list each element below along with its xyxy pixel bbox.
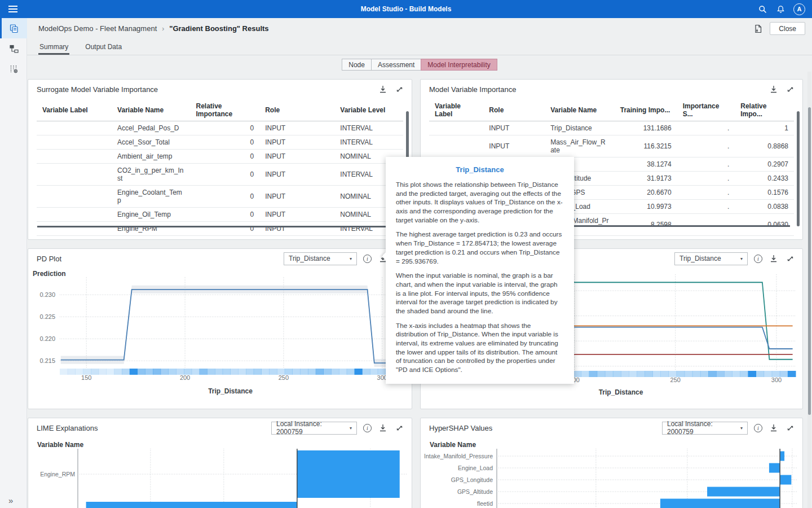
- download-icon[interactable]: [769, 253, 779, 264]
- toggle-model-interpretability[interactable]: Model Interpretability: [421, 59, 497, 71]
- hypershap-instance-select[interactable]: Local Instance: 2000759 ▾: [662, 422, 748, 435]
- page-header: ModelOps Demo - Fleet Managment › "Gradi…: [27, 18, 812, 39]
- maximize-icon[interactable]: [394, 423, 404, 433]
- rail-item-pipeline[interactable]: [0, 38, 27, 59]
- table-row[interactable]: Accel_Ssor_Total0INPUTINTERVAL: [37, 135, 403, 150]
- panel-title: Surrogate Model Variable Importance: [37, 85, 158, 94]
- download-icon[interactable]: [769, 423, 779, 433]
- panel-title: PD Plot: [37, 255, 61, 263]
- table-row[interactable]: Ambient_air_temp0INPUTNOMINAL: [37, 150, 403, 164]
- column-header[interactable]: Relative Importance: [190, 99, 259, 121]
- panel-title: Model Variable Importance: [429, 85, 516, 94]
- table-cell: 131.1686: [615, 121, 677, 135]
- maximize-icon[interactable]: [394, 84, 404, 94]
- table-cell: .: [677, 121, 735, 135]
- menu-icon[interactable]: [0, 0, 26, 18]
- table-vertical-scrollbar[interactable]: [797, 111, 800, 226]
- table-cell: INTERVAL: [334, 121, 403, 135]
- table-cell: 0.8868: [735, 135, 794, 157]
- ice-variable-select[interactable]: Trip_Distance ▾: [674, 252, 748, 265]
- table-cell: Engine_RPM: [112, 222, 190, 236]
- table-cell: [429, 121, 483, 135]
- table-cell: INPUT: [259, 164, 334, 186]
- table-cell: INPUT: [259, 121, 334, 135]
- column-header[interactable]: Variable Level: [334, 99, 403, 121]
- tab-output-data[interactable]: Output Data: [84, 39, 123, 55]
- lime-instance-select[interactable]: Local Instance: 2000759 ▾: [271, 422, 357, 435]
- popover-paragraph: The x-axis includes a heatmap that shows…: [396, 322, 564, 375]
- search-icon[interactable]: [757, 4, 767, 14]
- maximize-icon[interactable]: [785, 84, 795, 94]
- table-cell: INPUT: [259, 186, 334, 208]
- table-row[interactable]: CO2_in_g_per_km_Inst0INPUTINTERVAL: [37, 164, 403, 186]
- table-cell: .: [677, 157, 735, 172]
- column-header[interactable]: Variable Label: [429, 99, 483, 121]
- table-row[interactable]: Engine_Coolant_Temp0INPUTNOMINAL: [37, 186, 403, 208]
- table-cell: 0.2433: [735, 172, 794, 186]
- close-button[interactable]: Close: [770, 22, 805, 35]
- column-header[interactable]: Importance S...: [677, 99, 735, 121]
- column-header[interactable]: Variable Label: [37, 99, 112, 121]
- notifications-bell-icon[interactable]: [775, 4, 785, 14]
- column-header[interactable]: Role: [259, 99, 334, 121]
- results-view-toggle: Node Assessment Model Interpretability: [27, 59, 812, 71]
- table-cell: 31.9173: [615, 172, 677, 186]
- left-rail: »: [0, 18, 27, 508]
- download-icon[interactable]: [378, 84, 388, 94]
- table-row[interactable]: INPUTTrip_Distance131.1686.1: [429, 121, 794, 135]
- page-scrollbar-thumb[interactable]: [808, 107, 811, 415]
- toggle-assessment[interactable]: Assessment: [371, 59, 421, 71]
- column-header[interactable]: Variable Name: [545, 99, 615, 121]
- table-cell: INPUT: [483, 121, 545, 135]
- table-cell: 0: [190, 135, 259, 150]
- app-title: Model Studio - Build Models: [0, 5, 812, 13]
- download-icon[interactable]: [378, 423, 388, 433]
- table-cell: .: [677, 214, 735, 236]
- table-cell: .: [677, 172, 735, 186]
- maximize-icon[interactable]: [785, 253, 795, 264]
- table-row[interactable]: Engine_Oil_Temp0INPUTNOMINAL: [37, 208, 403, 222]
- popover-title: Trip_Distance: [396, 165, 564, 174]
- chevron-down-icon: ▾: [735, 426, 743, 431]
- column-header[interactable]: Relative Impo...: [735, 99, 794, 121]
- table-row[interactable]: Engine_RPM0INPUTINTERVAL: [37, 222, 403, 236]
- table-cell: Accel_Ssor_Total: [112, 135, 190, 150]
- rail-item-data-settings[interactable]: [0, 59, 27, 79]
- info-icon[interactable]: i: [363, 424, 372, 432]
- table-cell: [37, 186, 112, 208]
- tab-strip: Summary Output Data: [27, 39, 812, 55]
- toggle-node[interactable]: Node: [342, 59, 372, 71]
- expand-rail-chevron[interactable]: »: [0, 493, 27, 507]
- tab-summary[interactable]: Summary: [38, 39, 69, 55]
- table-cell: 0: [190, 208, 259, 222]
- info-icon[interactable]: i: [363, 255, 372, 263]
- table-cell: [37, 121, 112, 135]
- selected-instance: Local Instance: 2000759: [667, 420, 735, 436]
- avatar[interactable]: A: [793, 3, 805, 15]
- svg-text:GPS_Altitude: GPS_Altitude: [457, 488, 493, 495]
- download-icon[interactable]: [769, 84, 779, 94]
- svg-text:0.225: 0.225: [39, 313, 55, 320]
- column-header[interactable]: Variable Name: [112, 99, 190, 121]
- pd-plot-chart: 0.2150.2200.2250.230150200250300Trip_Dis…: [28, 268, 412, 409]
- table-cell: 10.9973: [615, 200, 677, 214]
- info-icon[interactable]: i: [754, 424, 762, 432]
- info-icon[interactable]: i: [754, 255, 762, 263]
- popover-paragraph: When the input variable is nominal, the …: [396, 271, 564, 316]
- pd-variable-select[interactable]: Trip_Distance ▾: [284, 252, 357, 265]
- maximize-icon[interactable]: [785, 423, 795, 433]
- column-header[interactable]: Role: [483, 99, 545, 121]
- svg-text:Intake_Manifold_Pressure: Intake_Manifold_Pressure: [424, 453, 493, 459]
- table-row[interactable]: INPUTMass_Air_Flow_Rate116.3215.0.8868: [429, 135, 794, 157]
- breadcrumb-project[interactable]: ModelOps Demo - Fleet Managment: [38, 24, 157, 33]
- svg-text:300: 300: [771, 376, 782, 383]
- selected-variable: Trip_Distance: [679, 255, 721, 262]
- export-pdf-icon[interactable]: [753, 24, 763, 34]
- table-cell: 0.0630: [735, 214, 794, 236]
- table-horizontal-scrollbar[interactable]: [37, 226, 399, 227]
- rail-item-results[interactable]: [0, 18, 27, 38]
- table-cell: [429, 135, 483, 157]
- table-row[interactable]: Accel_Pedal_Pos_D0INPUTINTERVAL: [37, 121, 403, 135]
- table-cell: 0.0838: [735, 200, 794, 214]
- column-header[interactable]: Training Impo...: [615, 99, 677, 121]
